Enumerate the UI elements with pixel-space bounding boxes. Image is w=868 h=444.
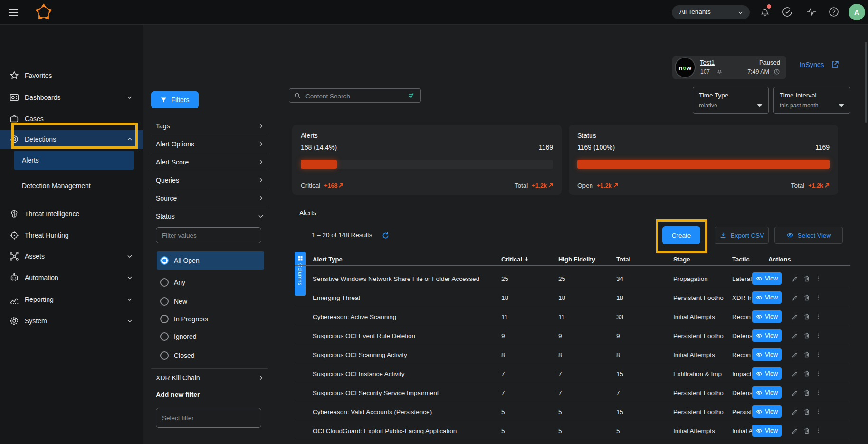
- sidebar-item-alerts[interactable]: Alerts: [14, 151, 134, 170]
- edit-pencil-icon[interactable]: [791, 370, 799, 377]
- edit-pencil-icon[interactable]: [791, 427, 799, 434]
- more-options-kebab-icon[interactable]: [815, 294, 821, 301]
- hamburger-menu-icon[interactable]: [7, 6, 19, 19]
- view-button[interactable]: View: [752, 405, 782, 418]
- time-type-dropdown[interactable]: Time Type relative: [693, 87, 769, 114]
- more-options-kebab-icon[interactable]: [815, 332, 821, 339]
- more-options-kebab-icon[interactable]: [815, 427, 821, 434]
- view-button[interactable]: View: [752, 348, 782, 361]
- radio-unselected-icon[interactable]: [160, 351, 169, 360]
- delete-trash-icon[interactable]: [803, 427, 811, 434]
- user-avatar[interactable]: A: [849, 4, 865, 20]
- edit-pencil-icon[interactable]: [791, 294, 799, 301]
- edit-pencil-icon[interactable]: [791, 313, 799, 320]
- table-row[interactable]: Emerging Threat181818Persistent FoothoXD…: [295, 288, 850, 307]
- column-header-total[interactable]: Total: [616, 256, 630, 263]
- radio-unselected-icon[interactable]: [160, 332, 169, 341]
- sidebar-item-automation[interactable]: Automation: [0, 269, 143, 286]
- sidebar-item-system[interactable]: System: [0, 312, 143, 329]
- select-filter-input[interactable]: [156, 408, 261, 428]
- radio-unselected-icon[interactable]: [160, 315, 169, 323]
- view-button[interactable]: View: [752, 272, 782, 285]
- sidebar-item-reporting[interactable]: Reporting: [0, 291, 143, 308]
- edit-pencil-icon[interactable]: [791, 351, 799, 358]
- view-button[interactable]: View: [752, 291, 782, 304]
- time-interval-dropdown[interactable]: Time Interval this past month: [773, 87, 850, 114]
- table-row[interactable]: Suspicious OCI Security Service Impairme…: [295, 383, 850, 402]
- external-link-icon[interactable]: [830, 60, 839, 69]
- more-options-kebab-icon[interactable]: [815, 313, 821, 320]
- column-header-alert-type[interactable]: Alert Type: [313, 256, 343, 263]
- radio-selected-icon[interactable]: [160, 256, 169, 265]
- view-button[interactable]: View: [752, 367, 782, 380]
- status-option-new[interactable]: New: [157, 292, 264, 310]
- filter-values-input[interactable]: [156, 227, 261, 243]
- edit-pencil-icon[interactable]: [791, 408, 799, 415]
- sidebar-item-assets[interactable]: Assets: [0, 248, 143, 265]
- sidebar-item-threat-hunting[interactable]: Threat Hunting: [0, 227, 143, 244]
- table-row[interactable]: Cybereason: Valid Accounts (Persistence)…: [295, 402, 850, 421]
- more-options-kebab-icon[interactable]: [815, 370, 821, 377]
- status-option-all-open[interactable]: All Open: [157, 251, 264, 270]
- help-icon[interactable]: [828, 6, 839, 18]
- delete-trash-icon[interactable]: [803, 294, 811, 301]
- view-button[interactable]: View: [752, 310, 782, 323]
- table-row[interactable]: Suspicious OCI Event Rule Deletion999Per…: [295, 326, 850, 345]
- sidebar-item-dashboards[interactable]: Dashboards: [0, 89, 143, 106]
- radio-unselected-icon[interactable]: [160, 297, 169, 306]
- filter-group-queries[interactable]: Queries: [151, 171, 268, 189]
- integration-name[interactable]: Test1: [700, 59, 715, 66]
- more-options-kebab-icon[interactable]: [815, 408, 821, 415]
- table-row[interactable]: OCI CloudGuard: Exploit Public-Facing Ap…: [295, 421, 850, 440]
- status-option-closed[interactable]: Closed: [157, 347, 264, 365]
- sidebar-item-favorites[interactable]: Favorites: [0, 67, 143, 84]
- activity-pulse-icon[interactable]: [806, 6, 817, 18]
- refresh-icon[interactable]: [382, 232, 390, 240]
- insyncs-link[interactable]: InSyncs: [800, 61, 824, 68]
- more-options-kebab-icon[interactable]: [815, 351, 821, 358]
- column-header-actions[interactable]: Actions: [768, 256, 791, 263]
- edit-pencil-icon[interactable]: [791, 332, 799, 339]
- delete-trash-icon[interactable]: [803, 313, 811, 320]
- export-csv-button[interactable]: Export CSV: [715, 227, 769, 244]
- delete-trash-icon[interactable]: [803, 351, 811, 358]
- column-header-high-fidelity[interactable]: High Fidelity: [558, 256, 595, 263]
- more-options-kebab-icon[interactable]: [815, 389, 821, 396]
- query-filter-icon[interactable]: [408, 92, 416, 99]
- status-option-ignored[interactable]: Ignored: [157, 328, 264, 346]
- column-header-stage[interactable]: Stage: [673, 256, 690, 263]
- delete-trash-icon[interactable]: [803, 389, 811, 396]
- column-header-tactic[interactable]: Tactic: [732, 256, 750, 263]
- delete-trash-icon[interactable]: [803, 370, 811, 377]
- filter-group-source[interactable]: Source: [151, 189, 268, 207]
- create-button[interactable]: Create: [662, 226, 700, 244]
- view-button[interactable]: View: [752, 329, 782, 342]
- status-option-in-progress[interactable]: In Progress: [157, 310, 264, 328]
- delete-trash-icon[interactable]: [803, 408, 811, 415]
- integration-widget[interactable]: now Test1 107 Paused 7:49 AM: [672, 56, 786, 79]
- table-row[interactable]: Sensitive Windows Network Share File or …: [295, 269, 850, 288]
- table-row[interactable]: Suspicious OCI Scanning Activity888Initi…: [295, 345, 850, 364]
- filter-group-status[interactable]: Status: [151, 207, 268, 225]
- filter-group-xdr-kill-chain[interactable]: XDR Kill Chain: [151, 368, 268, 387]
- tenant-selector[interactable]: All Tenants: [672, 5, 750, 19]
- delete-trash-icon[interactable]: [803, 332, 811, 339]
- table-row[interactable]: Cybereason: Active Scanning111133Initial…: [295, 307, 850, 326]
- more-options-kebab-icon[interactable]: [815, 275, 821, 282]
- edit-pencil-icon[interactable]: [791, 389, 799, 396]
- scrollbar-thumb[interactable]: [865, 42, 867, 123]
- sidebar-item-cases[interactable]: Cases: [0, 110, 143, 127]
- edit-pencil-icon[interactable]: [791, 275, 799, 282]
- filter-group-alert-score[interactable]: Alert Score: [151, 153, 268, 171]
- filters-button[interactable]: Filters: [151, 91, 199, 108]
- delete-trash-icon[interactable]: [803, 275, 811, 282]
- column-header-critical[interactable]: Critical: [501, 256, 530, 263]
- sidebar-item-threat-intelligence[interactable]: Threat Intelligence: [0, 205, 143, 222]
- sidebar-item-detections[interactable]: Detections: [0, 130, 143, 149]
- sidebar-item-detection-management[interactable]: Detection Management: [0, 177, 143, 194]
- tasks-check-icon[interactable]: [782, 6, 793, 18]
- content-search-input[interactable]: [305, 89, 401, 103]
- filter-group-alert-options[interactable]: Alert Options: [151, 135, 268, 153]
- view-button[interactable]: View: [752, 425, 782, 437]
- table-row[interactable]: Suspicious OCI Instance Activity7715Exfi…: [295, 364, 850, 383]
